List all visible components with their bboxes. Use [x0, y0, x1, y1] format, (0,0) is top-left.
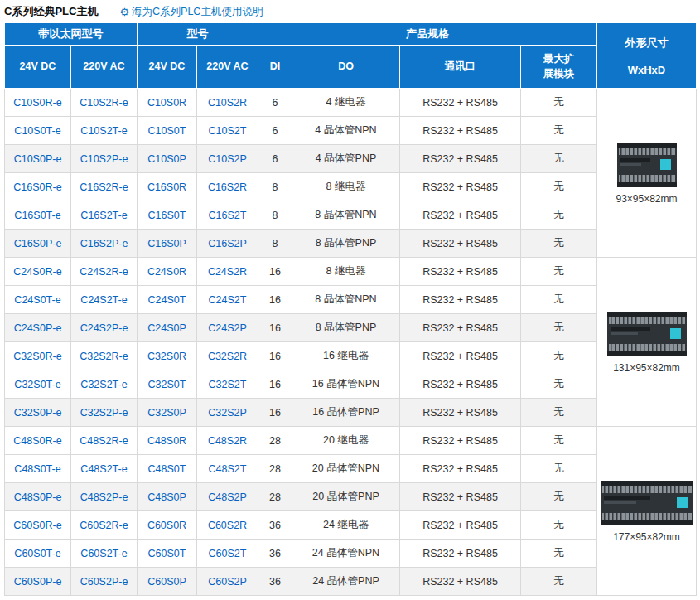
model-link[interactable]: C24S0T: [148, 294, 186, 306]
model-link[interactable]: C60S0T-e: [14, 548, 60, 559]
di-cell: 16: [258, 258, 292, 286]
model-link[interactable]: C16S2P-e: [80, 238, 128, 249]
table-row: C10S0R-eC10S2R-eC10S0RC10S2R64 继电器RS232 …: [5, 89, 697, 117]
model-link[interactable]: C24S0P-e: [14, 322, 62, 334]
model-link[interactable]: C32S0R: [147, 351, 186, 362]
model-link[interactable]: C16S0R: [147, 181, 186, 193]
di-cell: 36: [258, 540, 292, 568]
model-link[interactable]: C16S0P-e: [14, 238, 62, 249]
model-link[interactable]: C48S2P: [208, 491, 247, 503]
model-link[interactable]: C60S0T: [148, 548, 186, 559]
model-link[interactable]: C16S2P: [208, 238, 247, 249]
model-link[interactable]: C32S2R: [208, 351, 247, 362]
model-link[interactable]: C60S2R: [208, 520, 247, 531]
model-link[interactable]: C60S2P-e: [80, 576, 128, 588]
model-link[interactable]: C10S0P-e: [14, 153, 62, 165]
model-link[interactable]: C32S2P-e: [80, 407, 128, 419]
model-link[interactable]: C24S0R-e: [13, 266, 61, 278]
model-link[interactable]: C60S0R: [147, 520, 186, 531]
manual-link[interactable]: ⚙ 海为C系列PLC主机使用说明: [119, 5, 263, 19]
model-link[interactable]: C24S0T-e: [14, 294, 60, 306]
do-cell: 16 晶体管PNP: [292, 399, 400, 427]
model-link[interactable]: C24S0P: [147, 322, 186, 334]
model-link[interactable]: C32S2R-e: [80, 351, 128, 362]
model-link[interactable]: C32S0T-e: [14, 379, 60, 390]
model-24vdc-cell: C10S0P: [138, 145, 197, 173]
model-link[interactable]: C60S2T-e: [80, 548, 127, 559]
eth-24vdc-cell: C10S0R-e: [5, 89, 71, 117]
model-24vdc-cell: C16S0P: [138, 230, 197, 258]
model-link[interactable]: C24S2R: [208, 266, 247, 278]
model-link[interactable]: C10S0T: [148, 125, 186, 137]
model-link[interactable]: C48S0T: [148, 463, 186, 475]
model-link[interactable]: C16S2T: [209, 210, 247, 221]
model-link[interactable]: C48S2T-e: [80, 463, 127, 475]
eth-24vdc-cell: C32S0R-e: [5, 342, 71, 370]
table-row: C16S0P-eC16S2P-eC16S0PC16S2P88 晶体管PNPRS2…: [5, 230, 697, 258]
model-link[interactable]: C10S0P: [147, 153, 186, 165]
model-link[interactable]: C24S2R-e: [80, 266, 128, 278]
model-link[interactable]: C32S2T: [209, 379, 247, 390]
model-link[interactable]: C48S0R: [147, 435, 186, 447]
model-link[interactable]: C60S0R-e: [13, 520, 61, 531]
model-link[interactable]: C10S2R: [208, 97, 247, 109]
model-link[interactable]: C32S0T: [148, 379, 186, 390]
eth-220vac-cell: C32S2T-e: [71, 370, 138, 399]
model-link[interactable]: C24S2T: [209, 294, 247, 306]
model-link[interactable]: C16S0R-e: [13, 181, 61, 193]
model-link[interactable]: C60S0P: [147, 576, 186, 588]
model-220vac-cell: C48S2R: [197, 427, 258, 455]
model-link[interactable]: C48S0T-e: [14, 463, 60, 475]
model-link[interactable]: C48S2R-e: [80, 435, 128, 447]
model-link[interactable]: C24S2P-e: [80, 322, 128, 334]
model-link[interactable]: C16S2R-e: [80, 181, 128, 193]
model-link[interactable]: C10S2R-e: [80, 97, 128, 109]
di-cell: 36: [258, 568, 292, 596]
model-link[interactable]: C32S0P-e: [14, 407, 62, 419]
di-cell: 8: [258, 173, 292, 201]
model-link[interactable]: C10S0T-e: [14, 125, 60, 137]
model-link[interactable]: C10S2P-e: [80, 153, 128, 165]
model-link[interactable]: C16S0T: [148, 210, 186, 221]
max-expansion-cell: 无: [521, 511, 597, 540]
model-link[interactable]: C48S2P-e: [80, 491, 128, 503]
model-link[interactable]: C16S2R: [208, 181, 247, 193]
model-link[interactable]: C16S2T-e: [80, 210, 127, 221]
model-link[interactable]: C10S2T: [209, 125, 247, 137]
model-link[interactable]: C48S0P: [147, 491, 186, 503]
model-link[interactable]: C60S2P: [208, 576, 247, 588]
eth-220vac-cell: C24S2T-e: [71, 286, 138, 314]
model-220vac-cell: C24S2T: [197, 286, 258, 314]
model-link[interactable]: C16S0T-e: [14, 210, 60, 221]
di-cell: 16: [258, 342, 292, 370]
model-link[interactable]: C48S0R-e: [13, 435, 61, 447]
model-link[interactable]: C24S2T-e: [80, 294, 127, 306]
eth-220vac-cell: C10S2R-e: [71, 89, 138, 117]
model-24vdc-cell: C16S0R: [138, 173, 197, 201]
model-link[interactable]: C32S0R-e: [13, 351, 61, 362]
model-220vac-cell: C60S2T: [197, 540, 258, 568]
col-header-24vdc-eth: 24V DC: [5, 46, 71, 89]
model-24vdc-cell: C16S0T: [138, 201, 197, 230]
col-header-220vac-eth: 220V AC: [71, 46, 138, 89]
comm-port-cell: RS232 + RS485: [400, 399, 521, 427]
model-link[interactable]: C24S2P: [208, 322, 247, 334]
model-link[interactable]: C10S2T-e: [80, 125, 127, 137]
model-link[interactable]: C16S0P: [147, 238, 186, 249]
model-24vdc-cell: C32S0R: [138, 342, 197, 370]
model-link[interactable]: C24S0R: [147, 266, 186, 278]
model-link[interactable]: C48S2T: [209, 463, 247, 475]
model-link[interactable]: C48S0P-e: [14, 491, 62, 503]
eth-220vac-cell: C60S2R-e: [71, 511, 138, 540]
model-link[interactable]: C10S0R: [147, 97, 186, 109]
model-link[interactable]: C10S0R-e: [13, 97, 61, 109]
model-link[interactable]: C32S2T-e: [80, 379, 127, 390]
model-link[interactable]: C60S2T: [209, 548, 247, 559]
model-link[interactable]: C60S2R-e: [80, 520, 128, 531]
model-link[interactable]: C32S0P: [147, 407, 186, 419]
model-link[interactable]: C10S2P: [208, 153, 247, 165]
model-link[interactable]: C60S0P-e: [14, 576, 62, 588]
model-link[interactable]: C32S2P: [208, 407, 247, 419]
di-cell: 8: [258, 230, 292, 258]
model-link[interactable]: C48S2R: [208, 435, 247, 447]
